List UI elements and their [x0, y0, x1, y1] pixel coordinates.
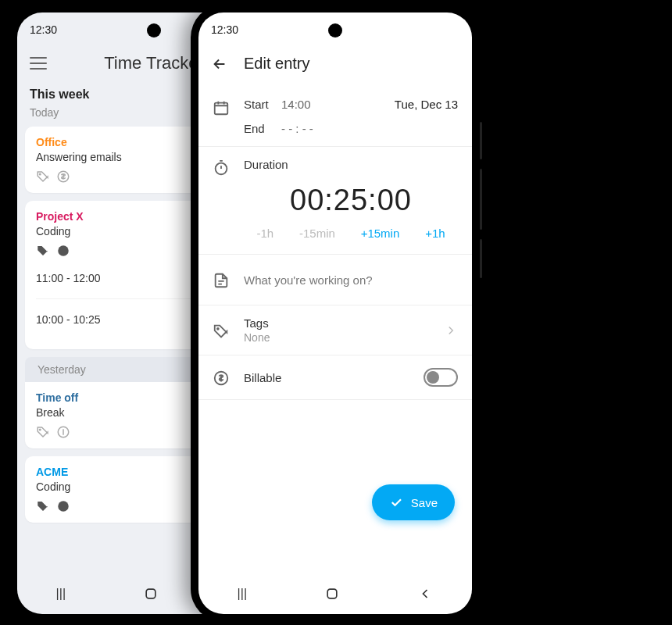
note-icon — [213, 272, 230, 289]
minus-15min-button[interactable]: -15min — [299, 227, 335, 240]
duration-row: Duration 00:25:00 -1h -15min +15min +1h — [198, 147, 472, 255]
tag-icon — [213, 323, 230, 340]
plus-1h-button[interactable]: +1h — [425, 227, 445, 240]
minus-1h-button[interactable]: -1h — [256, 227, 273, 240]
edit-screen: 12:30 Edit entry Start 14:00 Tue, Dec 13… — [198, 12, 472, 614]
android-nav-bar: ||| — [198, 573, 472, 614]
camera-hole — [147, 23, 161, 38]
phone-edit-view: 12:30 Edit entry Start 14:00 Tue, Dec 13… — [191, 5, 480, 622]
description-placeholder: What you're working on? — [244, 273, 373, 287]
svg-point-5 — [58, 501, 69, 512]
save-button[interactable]: Save — [372, 484, 455, 520]
end-time[interactable]: - - : - - — [281, 122, 344, 135]
home-icon[interactable] — [324, 586, 340, 602]
dollar-icon — [56, 425, 70, 439]
volume-down-button — [480, 169, 482, 230]
power-button — [480, 239, 482, 278]
clock: 12:30 — [30, 23, 57, 36]
duration-value[interactable]: 00:25:00 — [244, 171, 458, 227]
volume-up-button — [480, 122, 482, 159]
page-title: Edit entry — [244, 55, 309, 73]
billable-row[interactable]: Billable — [198, 355, 472, 400]
save-label: Save — [411, 496, 438, 509]
tags-label: Tags — [244, 316, 430, 330]
tag-icon — [36, 499, 50, 513]
recents-icon[interactable]: ||| — [238, 587, 247, 601]
dollar-icon — [56, 499, 70, 513]
dollar-icon — [56, 244, 70, 258]
recents-icon[interactable]: ||| — [56, 587, 66, 601]
calendar-icon — [213, 99, 230, 116]
svg-point-0 — [40, 173, 41, 175]
date-value[interactable]: Tue, Dec 13 — [344, 98, 458, 111]
billable-label: Billable — [244, 371, 409, 384]
back-icon[interactable] — [417, 586, 433, 602]
svg-point-3 — [40, 429, 41, 430]
svg-rect-7 — [215, 103, 228, 115]
start-end-row[interactable]: Start 14:00 Tue, Dec 13 End - - : - - — [198, 87, 472, 147]
tag-icon — [36, 244, 50, 258]
svg-rect-6 — [146, 589, 155, 598]
duration-label: Duration — [244, 158, 458, 171]
start-time[interactable]: 14:00 — [281, 98, 344, 111]
check-icon — [389, 495, 403, 509]
svg-point-2 — [58, 245, 69, 256]
svg-rect-11 — [327, 589, 337, 598]
tag-icon — [36, 170, 50, 184]
start-label: Start — [244, 98, 281, 111]
svg-point-9 — [217, 327, 219, 329]
end-label: End — [244, 122, 281, 135]
chevron-right-icon — [444, 323, 458, 338]
description-row[interactable]: What you're working on? — [198, 255, 472, 305]
billable-toggle[interactable] — [424, 368, 458, 387]
back-arrow-icon[interactable] — [211, 55, 228, 73]
home-icon[interactable] — [143, 586, 159, 602]
camera-hole — [328, 23, 342, 38]
clock: 12:30 — [211, 23, 238, 36]
dollar-icon — [213, 370, 230, 387]
tags-value: None — [244, 331, 430, 344]
dollar-icon — [56, 170, 70, 184]
plus-15min-button[interactable]: +15min — [361, 227, 400, 240]
tags-row[interactable]: Tags None — [198, 305, 472, 355]
tag-icon — [36, 425, 50, 439]
stopwatch-icon — [213, 159, 230, 177]
